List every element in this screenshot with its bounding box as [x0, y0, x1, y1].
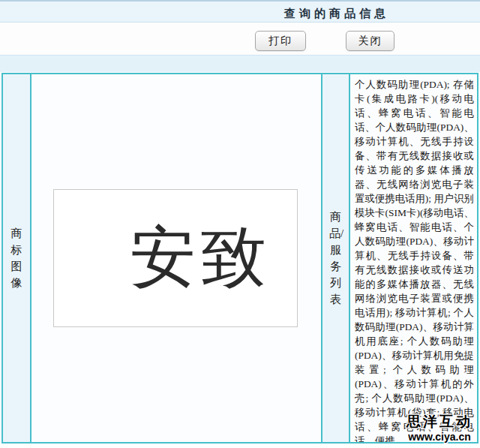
watermark-name: 思洋互动: [406, 412, 472, 431]
trademark-image-cell: 安致: [32, 74, 321, 442]
trademark-image-label-cell: 商标图像: [3, 74, 30, 442]
close-button[interactable]: 关闭: [346, 31, 394, 51]
goods-list-label: 商品/服务列表: [329, 209, 342, 308]
trademark-image: 安致: [53, 189, 298, 327]
trademark-image-label: 商标图像: [10, 225, 23, 291]
product-info-table: 商标图像 安致 商品/服务列表 个人数码助理(PDA); 存储卡(集成电路卡)(…: [2, 73, 478, 443]
print-button[interactable]: 打印: [255, 31, 306, 51]
trademark-text: 安致: [130, 225, 271, 291]
sub-header-band: [0, 55, 480, 72]
goods-list-text: 个人数码助理(PDA); 存储卡(集成电路卡)(移动电话、蜂窝电话、智能电话、个…: [350, 74, 477, 442]
toolbar: 打印 关闭: [0, 23, 480, 55]
header-bar: 查询的商品信息: [0, 0, 480, 23]
watermark: 思洋互动 www.ciya.cn: [406, 412, 472, 443]
goods-list-label-cell: 商品/服务列表: [322, 74, 349, 442]
goods-list-cell: 个人数码助理(PDA); 存储卡(集成电路卡)(移动电话、蜂窝电话、智能电话、个…: [350, 74, 477, 442]
page-title: 查询的商品信息: [284, 7, 389, 21]
watermark-url: www.ciya.cn: [406, 431, 472, 443]
